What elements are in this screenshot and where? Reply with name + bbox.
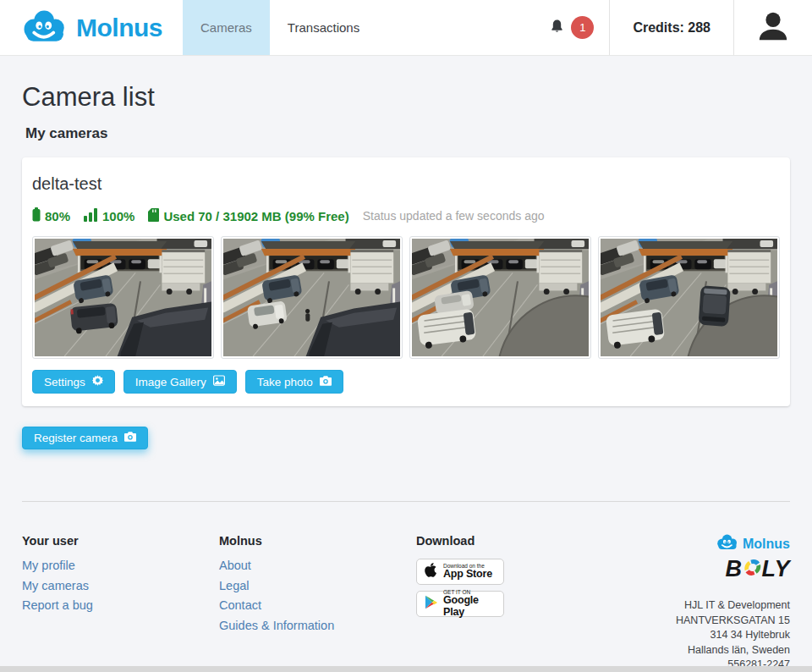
page-title: Camera list [22,82,790,113]
camera-name: delta-test [32,174,780,194]
apple-icon [425,563,437,581]
camera-actions: Settings Image Gallery [32,370,780,394]
settings-button[interactable]: Settings [32,370,115,394]
footer-molnus-heading: Molnus [219,534,416,548]
address-line: HJL IT & Development [676,598,790,614]
notification-count-badge[interactable]: 1 [571,16,594,39]
footer-download-section: Download Download on the App Store [416,534,611,672]
footer-molnus-wordmark: Molnus [743,537,790,552]
gear-icon [92,375,103,388]
camera-thumbnail-parking-lot-frame-3[interactable] [409,236,591,359]
storage-status: Used 70 / 31902 MB (99% Free) [148,208,348,224]
brand-name: Molnus [76,14,162,42]
google-play-name: Google Play [443,595,496,619]
google-play-badge[interactable]: GET IT ON Google Play [416,591,504,617]
molnus-app: Molnus Cameras Transactions 1 Credits: 2… [0,0,812,672]
address-line: Hallands län, Sweden [676,643,790,658]
take-photo-button[interactable]: Take photo [245,370,343,394]
boly-letter-b: B [726,556,743,582]
user-avatar-icon [755,9,791,47]
nav-tabs: Cameras Transactions [183,0,377,55]
footer-user-section: Your user My profileMy camerasReport a b… [22,534,219,672]
user-menu-button[interactable] [734,0,812,55]
footer-link-my-profile[interactable]: My profile [22,559,219,572]
footer-molnus-links: AboutLegalContactGuides & Information [219,559,416,632]
google-play-icon [425,595,437,613]
camera-thumbnail-parking-lot-frame-4[interactable] [598,236,780,359]
footer-link-my-cameras[interactable]: My cameras [22,579,219,592]
section-title: My cameras [25,125,790,142]
take-photo-button-label: Take photo [257,376,313,388]
camera-status-row: 80% 100% [32,207,780,224]
status-updated-note: Status updated a few seconds ago [363,209,545,223]
tab-cameras[interactable]: Cameras [183,0,270,55]
address-line: 314 34 Hyltebruk [676,628,790,643]
credits-display: Credits: 288 [610,0,733,55]
molnus-cloud-logo-icon [716,534,738,554]
camera-snapshots-row [32,236,780,359]
boly-o-icon [742,559,763,580]
footer-link-contact[interactable]: Contact [219,598,416,612]
app-store-badge[interactable]: Download on the App Store [416,559,504,585]
bell-icon [551,19,563,36]
tab-transactions[interactable]: Transactions [270,0,377,55]
molnus-cloud-logo-icon [22,9,68,47]
signal-percent: 100% [102,209,134,223]
footer-link-guides-information[interactable]: Guides & Information [219,619,416,632]
battery-icon [32,207,41,224]
footer-link-about[interactable]: About [219,559,416,572]
footer-molnus-logo: Molnus [676,534,790,554]
footer-link-report-a-bug[interactable]: Report a bug [22,598,219,612]
main-content: Camera list My cameras delta-test 80% [0,82,812,672]
footer-user-heading: Your user [22,534,219,548]
register-camera-button-label: Register camera [34,432,118,444]
image-gallery-button[interactable]: Image Gallery [123,370,237,394]
footer-link-legal[interactable]: Legal [219,579,416,592]
footer: Your user My profileMy camerasReport a b… [22,502,790,672]
footer-molnus-section: Molnus AboutLegalContactGuides & Informa… [219,534,416,672]
camera-icon [124,432,136,444]
settings-button-label: Settings [44,376,85,388]
viewport-bottom-edge [0,666,812,672]
camera-thumbnail-parking-lot-frame-2[interactable] [221,236,403,359]
battery-status: 80% [32,207,70,224]
address-line: HANTVERKSGATAN 15 [676,614,790,629]
notifications-button[interactable]: 1 [535,0,609,55]
footer-company-section: Molnus B LY HJL IT & DevelopmentHANTV [676,534,790,672]
battery-percent: 80% [45,209,70,223]
gallery-icon [213,375,225,388]
signal-bars-icon [84,208,98,224]
image-gallery-button-label: Image Gallery [135,376,206,388]
footer-download-heading: Download [416,534,611,548]
top-navbar: Molnus Cameras Transactions 1 Credits: 2… [0,0,812,56]
brand-logo[interactable]: Molnus [0,0,183,55]
storage-text: Used 70 / 31902 MB (99% Free) [163,209,348,223]
company-address: HJL IT & DevelopmentHANTVERKSGATAN 15314… [676,598,790,672]
sd-card-icon [148,208,159,224]
signal-status: 100% [84,208,134,224]
register-camera-button[interactable]: Register camera [22,427,148,449]
camera-card: delta-test 80% [22,157,790,406]
footer-user-links: My profileMy camerasReport a bug [22,559,219,612]
camera-icon [320,376,332,388]
camera-thumbnail-parking-lot-frame-1[interactable] [32,236,214,359]
boly-letters-ly: LY [762,556,791,582]
app-store-name: App Store [443,569,492,581]
boly-logo: B LY [676,556,790,582]
navbar-right: 1 Credits: 288 [535,0,812,55]
